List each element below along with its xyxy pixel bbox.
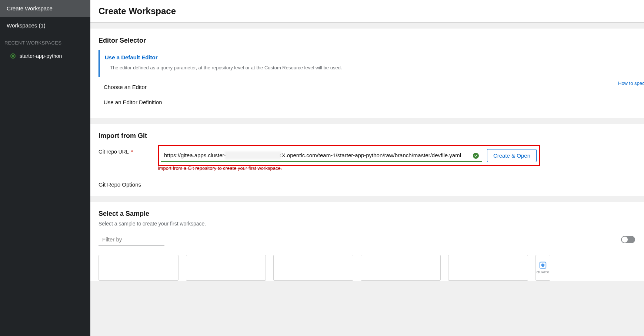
required-star-icon: *	[131, 149, 133, 155]
git-url-input[interactable]	[161, 149, 482, 162]
git-url-highlight: Create & Open	[158, 145, 540, 166]
editor-option-default[interactable]: Use a Default Editor	[99, 50, 636, 65]
create-and-open-button[interactable]: Create & Open	[487, 149, 537, 162]
quarkus-icon	[539, 261, 547, 270]
sample-tile-chili[interactable]	[186, 255, 266, 281]
sample-filter-input[interactable]	[99, 233, 164, 246]
git-url-input-wrap	[161, 149, 482, 162]
page-title: Create Workspace	[99, 6, 636, 16]
sample-tile-nodejs-1[interactable]: JS	[273, 255, 353, 281]
sample-tile-python[interactable]	[448, 255, 528, 281]
git-repo-options[interactable]: Git Repo Options	[99, 181, 636, 188]
select-sample-section: Select a Sample Select a sample to creat…	[90, 202, 644, 281]
import-git-section: Import from Git Git repo URL * Create & …	[90, 124, 644, 196]
recent-workspace-label: starter-app-python	[20, 53, 62, 59]
sidebar: Create Workspace Workspaces (1) RECENT W…	[0, 0, 90, 336]
sidebar-item-workspaces[interactable]: Workspaces (1)	[0, 17, 90, 34]
main-content: Create Workspace Editor Selector Use a D…	[90, 0, 644, 336]
sample-tiles: JS JS	[99, 255, 636, 281]
editor-option-definition[interactable]: Use an Editor Definition	[99, 95, 636, 110]
page-title-bar: Create Workspace	[90, 0, 644, 23]
sample-tile-nodejs-2[interactable]: JS	[361, 255, 441, 281]
sample-toggle[interactable]	[621, 236, 635, 243]
git-url-label: Git repo URL *	[99, 145, 154, 155]
import-git-title: Import from Git	[99, 132, 636, 140]
quarkus-label: QUARK	[537, 270, 550, 274]
status-running-icon	[10, 53, 16, 59]
sample-tile-quarkus[interactable]: QUARK	[535, 255, 550, 281]
recent-workspace-item[interactable]: starter-app-python	[0, 49, 90, 63]
git-url-label-text: Git repo URL	[99, 149, 129, 155]
sample-filter-row	[99, 233, 636, 246]
editor-option-choose[interactable]: Choose an Editor	[99, 79, 636, 95]
sidebar-item-create-workspace[interactable]: Create Workspace	[0, 0, 90, 17]
editor-selector-title: Editor Selector	[99, 37, 636, 45]
git-url-row: Git repo URL * Create & Open	[99, 145, 636, 166]
how-to-specify-link[interactable]: How to speci	[618, 80, 644, 86]
sidebar-recent-header: RECENT WORKSPACES	[0, 34, 90, 49]
valid-check-icon	[473, 153, 479, 159]
editor-option-default-desc: The editor defined as a query parameter,…	[99, 65, 636, 77]
git-help-text: Import from a Git repository to create y…	[158, 165, 636, 171]
select-sample-subtitle: Select a sample to create your first wor…	[99, 221, 636, 227]
sample-tile-empty[interactable]	[99, 255, 178, 281]
select-sample-title: Select a Sample	[99, 210, 636, 218]
editor-selector-section: Editor Selector Use a Default Editor The…	[90, 29, 644, 118]
